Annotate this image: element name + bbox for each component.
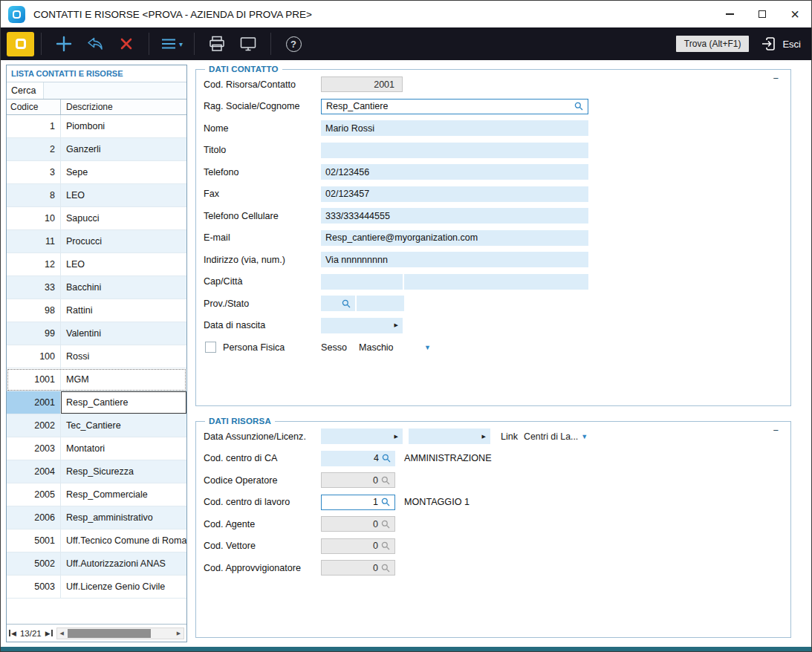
undo-button[interactable] [79, 29, 111, 59]
collapse-section-button[interactable]: − [768, 74, 783, 83]
field-row: Cod. Agente 0 [204, 516, 790, 532]
telefono-field[interactable]: 02/123456 [321, 164, 588, 180]
collapse-section-button[interactable]: − [768, 426, 783, 435]
list-item[interactable]: 5001Uff.Tecnico Comune di Roma [7, 529, 186, 552]
field-label: Data di nascita [204, 320, 321, 330]
list-item[interactable]: 33Bacchini [7, 276, 186, 299]
centro-lavoro-field[interactable]: 1 [321, 495, 395, 510]
stato-field[interactable] [357, 296, 404, 311]
scrollbar-track[interactable] [67, 628, 174, 639]
list-item-code: 2006 [7, 506, 61, 529]
column-header-codice[interactable]: Codice [7, 100, 61, 114]
exit-button[interactable]: Esci [761, 36, 801, 51]
window-controls: × [713, 1, 811, 27]
list-item[interactable]: 2006Resp_amministrativo [7, 506, 186, 529]
link-select[interactable]: Centri di La... [524, 431, 578, 442]
list-item-desc: Procucci [61, 230, 186, 252]
scroll-right-button[interactable]: ▶ [174, 630, 183, 636]
toolbar-separator [194, 33, 195, 55]
list-item-desc: Montatori [61, 437, 186, 460]
field-row: Codice Operatore 0 [204, 472, 790, 488]
citta-field[interactable] [404, 274, 588, 290]
search-input[interactable] [43, 82, 186, 99]
centro-ca-field[interactable]: 4 [321, 451, 395, 466]
fax-field[interactable]: 02/123457 [321, 186, 588, 202]
chevron-down-icon[interactable]: ▼ [424, 344, 431, 351]
date-picker-icon[interactable]: ▶ [394, 322, 398, 328]
list-item[interactable]: 2001Resp_Cantiere [7, 391, 186, 414]
cellulare-field[interactable]: 333/333444555 [321, 208, 588, 224]
data-licenziamento-field[interactable]: ▶ [409, 428, 490, 444]
list-item[interactable]: 5003Uff.Licenze Genio Civile [7, 576, 186, 599]
list-item-code: 2001 [7, 391, 61, 414]
list-item-code: 12 [7, 253, 61, 276]
list-item[interactable]: 2Ganzerli [7, 138, 186, 161]
date-picker-icon[interactable]: ▶ [394, 434, 398, 440]
field-row: Indirizzo (via, num.) Via nnnnnnnnn [204, 252, 790, 267]
persona-fisica-checkbox[interactable] [205, 342, 216, 353]
help-button[interactable]: ? [278, 29, 309, 59]
list-item-desc: Piomboni [61, 115, 186, 137]
list-item[interactable]: 100Rossi [7, 345, 186, 368]
data-assunzione-field[interactable]: ▶ [321, 428, 403, 444]
cod-agente-field: 0 [321, 516, 395, 532]
list-item[interactable]: 10Sapucci [7, 207, 186, 230]
search-icon[interactable] [381, 498, 390, 506]
list-item[interactable]: 1Piomboni [7, 115, 186, 138]
find-button[interactable]: Trova (Alt+F1) [676, 36, 750, 52]
column-header-descrizione[interactable]: Descrizione [61, 100, 186, 114]
date-picker-icon[interactable]: ▶ [482, 434, 486, 440]
preview-button[interactable] [233, 29, 264, 59]
app-menu-button[interactable] [7, 32, 34, 56]
delete-button[interactable] [111, 29, 142, 59]
list-item[interactable]: 99Valentini [7, 322, 186, 345]
sesso-select[interactable]: Maschio [359, 342, 421, 353]
horizontal-scrollbar[interactable]: ◀ ▶ [56, 627, 184, 639]
last-record-button[interactable]: ▶ [45, 630, 53, 637]
add-button[interactable] [48, 29, 79, 59]
list-item[interactable]: 2003Montatori [7, 437, 186, 460]
list-item-desc: Bacchini [61, 276, 186, 299]
list-item[interactable]: 5002Uff.Autorizzazioni ANAS [7, 552, 186, 576]
search-icon[interactable] [342, 299, 351, 308]
list-item[interactable]: 11Procucci [7, 230, 186, 253]
cap-field[interactable] [321, 274, 403, 290]
close-icon: × [790, 7, 799, 22]
list-item[interactable]: 12LEO [7, 253, 186, 276]
indirizzo-field[interactable]: Via nnnnnnnnn [321, 252, 588, 267]
list-item-code: 8 [7, 184, 61, 206]
search-icon[interactable] [382, 454, 391, 463]
titolo-field[interactable] [321, 143, 588, 158]
data-nascita-field[interactable]: ▶ [321, 318, 403, 333]
list-item[interactable]: 2005Resp_Commerciale [7, 483, 186, 506]
field-row: Telefono 02/123456 [204, 164, 790, 180]
scrollbar-thumb[interactable] [68, 629, 151, 638]
provincia-field[interactable] [321, 296, 355, 311]
field-label: Codice Operatore [204, 475, 321, 486]
list-item-desc: Resp_amministrativo [61, 506, 186, 529]
first-record-button[interactable]: ◀ [9, 630, 16, 637]
list-item[interactable]: 8LEO [7, 184, 186, 207]
list-item-desc: Valentini [61, 322, 186, 345]
toolbar-separator [41, 33, 42, 55]
list-item[interactable]: 3Sepe [7, 161, 186, 184]
plus-icon [56, 36, 72, 52]
rag-sociale-field[interactable]: Resp_Cantiere [321, 99, 588, 114]
menu-button[interactable]: ▾ [156, 29, 187, 59]
close-button[interactable]: × [779, 1, 811, 27]
chevron-down-icon[interactable]: ▼ [581, 433, 588, 440]
minimize-button[interactable] [713, 1, 746, 27]
list-item[interactable]: 1001MGM [7, 368, 186, 391]
search-icon[interactable] [574, 102, 583, 111]
field-label: Titolo [204, 145, 321, 155]
list-item[interactable]: 2002Tec_Cantiere [7, 414, 186, 437]
email-field[interactable]: Resp_cantiere@myorganization.com [321, 230, 588, 246]
print-button[interactable] [201, 29, 233, 59]
list-item-code: 5002 [7, 552, 61, 575]
list-item[interactable]: 98Rattini [7, 299, 186, 322]
nome-field[interactable]: Mario Rossi [321, 120, 588, 136]
list-item-desc: LEO [61, 253, 186, 276]
scroll-left-button[interactable]: ◀ [57, 630, 67, 636]
list-item[interactable]: 2004Resp_Sicurezza [7, 460, 186, 483]
maximize-button[interactable] [746, 1, 779, 27]
